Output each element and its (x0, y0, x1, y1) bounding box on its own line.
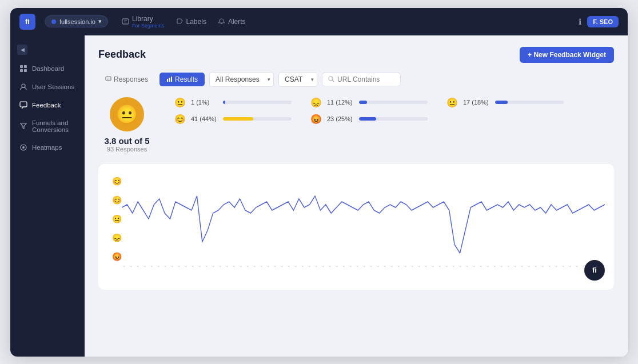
svg-rect-9 (20, 102, 27, 107)
y-label-2: 😊 (112, 195, 122, 205)
all-responses-dropdown[interactable]: All Responses (209, 72, 274, 87)
svg-rect-15 (167, 79, 168, 82)
content-area: Feedback + New Feedback Widget Responses… (85, 35, 628, 357)
workspace-badge[interactable]: fullsession.io ▾ (45, 15, 108, 27)
sidebar-collapse-btn[interactable]: ◀ (17, 45, 27, 55)
line-chart-svg (122, 173, 605, 265)
rating-bar-row-1: 😐 1 (1%) (174, 97, 292, 108)
sidebar-item-user-sessions[interactable]: User Sessions (10, 78, 85, 96)
x-label: 2022-09-23 (382, 266, 388, 267)
bar-emoji-2: 😊 (174, 114, 186, 125)
chart-inner: 😊 😊 😐 😞 😡 2021-1 (107, 173, 605, 269)
filters-row: Responses Results All Responses ▾ CSAT (98, 72, 614, 87)
info-icon[interactable]: ℹ (579, 17, 581, 26)
funnels-icon (19, 122, 27, 130)
sidebar-item-funnels[interactable]: Funnels and Conversions (10, 114, 85, 138)
x-label: 2022-11-15 (424, 266, 429, 267)
rating-main: 😐 3.8 out of 5 93 Responses (98, 97, 155, 153)
nav-alerts[interactable]: Alerts (218, 18, 246, 26)
x-axis-labels: 2021-12-05 2021-12-12 2021-12-19 2021-12… (122, 266, 605, 269)
sidebar-item-dashboard[interactable]: Dashboard (10, 59, 85, 78)
url-search-input[interactable] (337, 75, 394, 83)
bar-inner-1 (223, 101, 225, 104)
x-label: 2023-08-21 (568, 266, 573, 267)
logo: fi (19, 14, 35, 30)
bar-label-1: 1 (1%) (191, 99, 218, 106)
x-label: 2022-07-15 (328, 266, 333, 267)
bar-label-5: 17 (18%) (463, 99, 491, 106)
x-label: 2022-04-04 (232, 266, 237, 267)
labels-icon (176, 18, 184, 25)
csat-dropdown[interactable]: CSAT (278, 72, 317, 87)
sidebar-item-heatmaps[interactable]: Heatmaps (10, 138, 85, 157)
x-label: 2023-07-03 (547, 266, 553, 267)
search-icon (328, 76, 334, 82)
x-label: 2022-04-11 (238, 266, 244, 267)
x-label: 2022-08-05 (334, 266, 340, 267)
rating-bars-right: 😐 17 (18%) (446, 97, 564, 108)
nav-labels[interactable]: Labels (176, 18, 206, 26)
heatmaps-icon (19, 143, 27, 151)
y-label-5: 😡 (112, 252, 122, 261)
browser-window: fi fullsession.io ▾ Library For Segments… (10, 8, 628, 357)
x-label: 2022-01-17 (156, 266, 162, 267)
x-label: 2022-12-06 (437, 266, 443, 267)
bar-label-3: 11 (12%) (327, 99, 354, 106)
bar-emoji-1: 😐 (174, 97, 186, 108)
x-label: 2022-09-09 (369, 266, 374, 267)
bar-outer-2 (223, 117, 292, 121)
x-label: 2022-03-14 (211, 266, 217, 267)
fi-fab[interactable]: fi (584, 260, 605, 281)
x-label: 2022-01-31 (170, 266, 176, 267)
bar-emoji-5: 😐 (446, 97, 458, 108)
url-search-box (322, 73, 401, 86)
feedback-icon (19, 101, 27, 109)
bar-label-4: 23 (25%) (327, 115, 354, 122)
x-label: 2022-03-28 (225, 266, 230, 267)
x-label: 2022-06-10 (293, 266, 299, 267)
x-label: 2022-10-21 (403, 266, 409, 267)
y-label-1: 😊 (112, 177, 122, 186)
bar-emoji-4: 😡 (310, 114, 322, 125)
x-label: 2022-11-01 (410, 266, 416, 267)
tab-results[interactable]: Results (160, 73, 205, 86)
user-badge[interactable]: F. SEO (587, 16, 619, 27)
new-feedback-widget-button[interactable]: + New Feedback Widget (520, 47, 614, 63)
x-label: 2023-08-07 (561, 266, 567, 267)
x-label: 2022-04-25 (252, 266, 258, 267)
x-label: 2022-10-07 (389, 266, 395, 267)
x-label: 2023-03-06 (478, 266, 484, 267)
x-label: 2022-08-26 (355, 266, 361, 267)
sidebar-item-feedback[interactable]: Feedback (10, 96, 85, 114)
x-label: 2023-09-04 (575, 266, 580, 267)
top-nav: Library For Segments Labels Alerts (122, 15, 246, 29)
x-label: 2022-06-03 (286, 266, 292, 267)
x-label: 2022-03-21 (218, 266, 224, 267)
responses-tab-icon (105, 76, 111, 82)
x-label: 2022-11-22 (430, 266, 436, 267)
x-label: 2023-01-09 (451, 266, 457, 267)
x-label: 2022-07-01 (314, 266, 320, 267)
chart-y-axis: 😊 😊 😐 😞 😡 (112, 173, 122, 265)
stats-row: 😐 3.8 out of 5 93 Responses 😐 1 (1%) 😊 (98, 97, 614, 153)
tab-responses[interactable]: Responses (98, 73, 155, 86)
x-label: 2021-12-05 (122, 266, 127, 267)
x-label: 2022-01-10 (149, 266, 155, 267)
x-label: 2022-11-08 (417, 266, 422, 267)
x-label: 2023-06-05 (533, 266, 539, 267)
x-label: 2021-12-26 (142, 266, 148, 267)
chart-svg-wrapper: 2021-12-05 2021-12-12 2021-12-19 2021-12… (122, 173, 605, 269)
x-label: 2022-05-23 (280, 266, 285, 267)
x-label: 2023-05-01 (513, 266, 519, 267)
rating-score: 3.8 out of 5 (104, 136, 149, 146)
x-label: 2023-07-17 (554, 266, 560, 267)
x-label: 2023-04-03 (499, 266, 505, 267)
x-label: 2022-02-28 (197, 266, 203, 267)
x-label: 2022-05-09 (266, 266, 272, 267)
x-label: 2022-07-08 (321, 266, 326, 267)
svg-rect-5 (24, 65, 27, 68)
rating-bars-mid: 😞 11 (12%) 😡 23 (25%) (310, 97, 428, 125)
nav-library[interactable]: Library For Segments (122, 15, 165, 29)
x-label: 2023-03-13 (485, 266, 491, 267)
x-label: 2022-01-24 (163, 266, 169, 267)
